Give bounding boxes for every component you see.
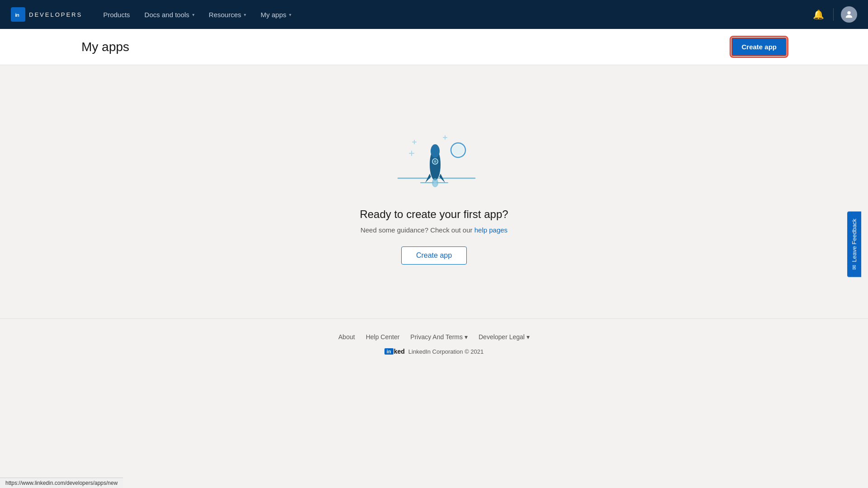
svg-text:in: in — [15, 12, 19, 18]
resources-chevron-icon: ▾ — [244, 12, 246, 17]
brand-logo[interactable]: in DEVELOPERS — [11, 7, 82, 22]
create-app-header-button[interactable]: Create app — [731, 38, 787, 56]
help-pages-link[interactable]: help pages — [474, 226, 508, 234]
nav-docs-and-tools[interactable]: Docs and tools ▾ — [138, 7, 200, 22]
create-app-center-button[interactable]: Create app — [401, 246, 467, 265]
nav-my-apps[interactable]: My apps ▾ — [254, 7, 298, 22]
footer-about-link[interactable]: About — [338, 333, 355, 341]
developer-legal-chevron-icon: ▾ — [526, 333, 530, 341]
nav-divider — [833, 8, 834, 21]
avatar[interactable] — [841, 6, 857, 23]
svg-point-19 — [433, 181, 437, 187]
nav-links: Products Docs and tools ▾ Resources ▾ My… — [97, 7, 811, 22]
nav-resources[interactable]: Resources ▾ — [203, 7, 253, 22]
linkedin-icon: in — [11, 7, 25, 22]
footer: About Help Center Privacy And Terms ▾ De… — [0, 318, 868, 364]
footer-bottom: inked LinkedIn Corporation © 2021 — [9, 348, 859, 355]
navbar: in DEVELOPERS Products Docs and tools ▾ … — [0, 0, 868, 29]
footer-links: About Help Center Privacy And Terms ▾ De… — [9, 333, 859, 341]
brand-title: DEVELOPERS — [29, 11, 82, 18]
empty-state-subtitle: Need some guidance? Check out our help p… — [360, 226, 508, 234]
leave-feedback-button[interactable]: ✉ Leave Feedback — [847, 211, 861, 277]
nav-products[interactable]: Products — [97, 7, 136, 22]
svg-point-13 — [453, 145, 464, 156]
docs-and-tools-chevron-icon: ▾ — [192, 12, 194, 17]
linkedin-footer-logo: inked — [384, 348, 405, 355]
svg-point-15 — [431, 144, 440, 158]
privacy-chevron-icon: ▾ — [465, 333, 468, 341]
feedback-icon: ✉ — [851, 265, 858, 270]
url-bar: https://www.linkedin.com/developers/apps… — [0, 478, 123, 488]
feedback-label: Leave Feedback — [851, 218, 858, 262]
svg-point-17 — [434, 160, 436, 163]
svg-point-2 — [847, 11, 850, 14]
footer-copyright: LinkedIn Corporation © 2021 — [408, 348, 484, 355]
page-header: My apps Create app — [0, 29, 868, 65]
page-title: My apps — [81, 40, 129, 54]
my-apps-chevron-icon: ▾ — [289, 12, 291, 17]
footer-help-center-link[interactable]: Help Center — [366, 333, 400, 341]
nav-right: 🔔 — [811, 6, 857, 23]
bell-icon[interactable]: 🔔 — [811, 7, 826, 22]
empty-state-title: Ready to create your first app? — [360, 208, 508, 221]
footer-privacy-link[interactable]: Privacy And Terms ▾ — [410, 333, 468, 341]
footer-developer-legal-link[interactable]: Developer Legal ▾ — [479, 333, 530, 341]
rocket-illustration — [384, 128, 484, 194]
main-content: Ready to create your first app? Need som… — [0, 65, 868, 318]
